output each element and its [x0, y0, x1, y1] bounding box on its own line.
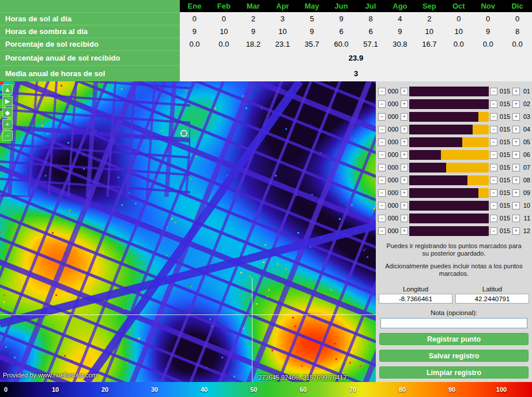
- annual-mean-value: 3: [180, 65, 532, 81]
- row-label-sun-percent: Porcentaje de sol recibido: [0, 38, 180, 50]
- register-point-button[interactable]: Registrar punto: [379, 333, 529, 345]
- min-increment-button[interactable]: +: [401, 88, 408, 95]
- max-increment-button[interactable]: +: [512, 164, 520, 171]
- max-increment-button[interactable]: +: [512, 126, 520, 133]
- min-decrement-button[interactable]: −: [378, 227, 386, 235]
- month-header: Sep: [414, 0, 444, 12]
- min-decrement-button[interactable]: −: [378, 88, 386, 95]
- slider-row: −000+−015+08: [376, 174, 532, 186]
- max-decrement-button[interactable]: −: [490, 177, 497, 184]
- max-decrement-button[interactable]: −: [490, 189, 497, 197]
- note-label: Nota (opcional):: [376, 309, 532, 316]
- month-header: Feb: [209, 0, 239, 12]
- min-value: 000: [387, 164, 399, 171]
- table-cell: 5: [297, 12, 327, 25]
- min-decrement-button[interactable]: −: [378, 164, 386, 171]
- sun-hours-bar: [409, 150, 489, 160]
- longitude-field[interactable]: [379, 294, 452, 304]
- min-decrement-button[interactable]: −: [378, 126, 386, 133]
- max-decrement-button[interactable]: −: [490, 215, 497, 222]
- sun-hours-bar-fill: [478, 188, 489, 198]
- scale-tick-label: 70: [349, 382, 356, 397]
- clear-record-button[interactable]: Limpiar registro: [379, 366, 529, 379]
- max-decrement-button[interactable]: −: [490, 88, 497, 95]
- max-value: 015: [499, 138, 511, 145]
- min-increment-button[interactable]: +: [401, 164, 408, 171]
- max-decrement-button[interactable]: −: [490, 227, 497, 235]
- max-decrement-button[interactable]: −: [490, 100, 497, 108]
- min-increment-button[interactable]: +: [401, 202, 408, 209]
- min-value: 000: [387, 113, 399, 120]
- slider-row: −000+−015+04: [376, 123, 532, 136]
- min-value: 000: [387, 138, 399, 145]
- min-decrement-button[interactable]: −: [378, 151, 386, 159]
- max-increment-button[interactable]: +: [512, 177, 520, 184]
- min-increment-button[interactable]: +: [401, 100, 408, 108]
- min-decrement-button[interactable]: −: [378, 189, 386, 197]
- min-increment-button[interactable]: +: [401, 126, 408, 133]
- max-decrement-button[interactable]: −: [490, 113, 497, 121]
- sun-hours-bar: [409, 163, 489, 173]
- min-decrement-button[interactable]: −: [378, 202, 386, 209]
- min-increment-button[interactable]: +: [401, 227, 408, 235]
- min-decrement-button[interactable]: −: [378, 138, 386, 146]
- max-increment-button[interactable]: +: [512, 100, 520, 108]
- max-decrement-button[interactable]: −: [490, 151, 497, 159]
- solar-map-canvas[interactable]: [0, 81, 376, 382]
- save-record-button[interactable]: Salvar registro: [379, 350, 529, 362]
- min-decrement-button[interactable]: −: [378, 100, 386, 108]
- min-increment-button[interactable]: +: [401, 138, 408, 146]
- min-value: 000: [387, 88, 399, 95]
- sun-hours-bar: [409, 201, 489, 211]
- help-text-1: Puedes ir registrando los puntos marcado…: [383, 242, 525, 257]
- max-decrement-button[interactable]: −: [490, 202, 497, 209]
- month-number: 12: [521, 227, 530, 234]
- note-input[interactable]: [380, 318, 527, 328]
- table-cell: 0: [180, 12, 209, 25]
- max-value: 015: [499, 88, 511, 95]
- month-number: 05: [521, 138, 530, 145]
- zoom-out-icon[interactable]: −: [2, 130, 13, 141]
- scale-tick-label: 40: [201, 382, 207, 397]
- table-cell: 35.7: [297, 38, 327, 50]
- table-cell: 16.7: [414, 38, 444, 50]
- max-increment-button[interactable]: +: [512, 227, 520, 235]
- table-cell: 10: [209, 25, 239, 38]
- shade-hours-row: 9109109669101098: [180, 25, 532, 38]
- month-sliders: −000+−015+01−000+−015+02−000+−015+03−000…: [376, 85, 532, 237]
- min-increment-button[interactable]: +: [401, 177, 408, 184]
- max-decrement-button[interactable]: −: [490, 126, 497, 133]
- max-decrement-button[interactable]: −: [490, 164, 497, 171]
- latitude-field[interactable]: [455, 294, 529, 304]
- pan-move-icon[interactable]: ◆: [2, 107, 13, 118]
- pan-right-icon[interactable]: ▶: [2, 96, 13, 106]
- table-cell: 57.1: [356, 38, 386, 50]
- min-increment-button[interactable]: +: [401, 215, 408, 222]
- sun-hours-bar-fill: [473, 125, 489, 134]
- solar-radiation-map[interactable]: ▲▶◆+− Provided by www.huellasolar.com 27…: [0, 81, 376, 382]
- month-header: Dic: [503, 0, 532, 12]
- max-increment-button[interactable]: +: [512, 113, 520, 121]
- min-increment-button[interactable]: +: [401, 151, 408, 159]
- max-increment-button[interactable]: +: [512, 138, 520, 146]
- max-increment-button[interactable]: +: [512, 151, 520, 159]
- pan-up-icon[interactable]: ▲: [2, 84, 13, 95]
- min-increment-button[interactable]: +: [401, 113, 408, 121]
- min-decrement-button[interactable]: −: [378, 215, 386, 222]
- table-cell: 60.0: [327, 38, 356, 50]
- min-decrement-button[interactable]: −: [378, 177, 386, 184]
- sun-hours-bar: [409, 99, 489, 109]
- max-increment-button[interactable]: +: [512, 215, 520, 222]
- max-increment-button[interactable]: +: [512, 189, 520, 197]
- sun-hours-bar-fill: [467, 175, 489, 185]
- scale-tick-label: 90: [448, 382, 455, 397]
- scale-tick-label: 30: [151, 382, 158, 397]
- max-increment-button[interactable]: +: [512, 88, 520, 95]
- zoom-in-icon[interactable]: +: [2, 119, 13, 129]
- sun-hours-bar: [409, 137, 489, 147]
- max-increment-button[interactable]: +: [512, 202, 520, 209]
- min-decrement-button[interactable]: −: [378, 113, 386, 121]
- table-cell: 30.8: [385, 38, 414, 50]
- min-increment-button[interactable]: +: [401, 189, 408, 197]
- max-decrement-button[interactable]: −: [490, 138, 497, 146]
